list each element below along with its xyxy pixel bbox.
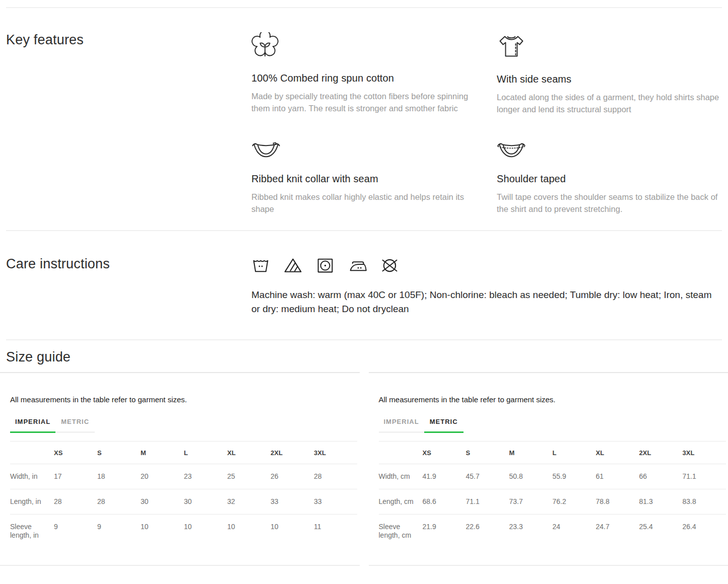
iron-medium-icon: [348, 256, 367, 275]
row-label: Length, in: [10, 489, 54, 515]
care-icons-row: [251, 256, 722, 275]
size-value: 76.2: [553, 489, 596, 515]
size-value: 55.9: [553, 464, 596, 489]
size-column-header: S: [466, 442, 509, 464]
size-table-row: Width, in17182023252628: [10, 464, 357, 489]
tab-metric[interactable]: METRIC: [424, 416, 464, 433]
feature-cotton: 100% Combed ring spun cotton Made by spe…: [251, 32, 477, 115]
size-value: 28: [314, 464, 357, 489]
size-column-header: S: [97, 442, 141, 464]
size-value: 21.9: [423, 515, 466, 548]
feature-title: Ribbed knit collar with seam: [251, 173, 477, 185]
size-column-header: XS: [54, 442, 97, 464]
size-value: 33: [314, 489, 357, 515]
size-column-header: M: [141, 442, 184, 464]
size-value: 22.6: [466, 515, 509, 548]
size-column-header: 2XL: [639, 442, 683, 464]
size-value: 32: [227, 489, 271, 515]
size-value: 10: [271, 515, 314, 548]
size-value: 30: [184, 489, 227, 515]
size-column-header: XS: [423, 442, 466, 464]
unit-tabs: IMPERIALMETRIC: [10, 416, 359, 433]
size-column-header: L: [553, 442, 596, 464]
care-instructions-section: Care instructions: [0, 231, 728, 339]
size-column-header: [379, 442, 423, 464]
feature-shoulder-taped: Shoulder taped Twill tape covers the sho…: [497, 139, 722, 215]
key-features-section: Key features 100% Combed ring spun cotto…: [0, 8, 728, 230]
key-features-heading-column: Key features: [6, 32, 251, 215]
size-value: 9: [54, 515, 97, 548]
size-table-imperial-card: All measurements in the table refer to g…: [0, 372, 360, 566]
size-table-imperial: XSSMLXL2XL3XL Width, in17182023252628Len…: [10, 441, 357, 548]
size-value: 26.4: [683, 515, 726, 548]
care-instructions-title: Care instructions: [6, 256, 251, 272]
size-value: 30: [141, 489, 184, 515]
size-value: 50.8: [509, 464, 553, 489]
row-label: Width, in: [10, 464, 54, 489]
feature-description: Twill tape covers the shoulder seams to …: [497, 191, 722, 215]
machine-wash-warm-icon: [251, 256, 270, 275]
size-value: 71.1: [466, 489, 509, 515]
size-value: 45.7: [466, 464, 509, 489]
row-label: Width, cm: [379, 464, 423, 489]
do-not-dryclean-icon: [380, 256, 399, 275]
size-value: 18: [97, 464, 141, 489]
size-value: 41.9: [423, 464, 466, 489]
size-table-row: Length, in28283030323333: [10, 489, 357, 515]
tab-imperial[interactable]: IMPERIAL: [10, 416, 55, 433]
care-content: Machine wash: warm (max 40C or 105F); No…: [251, 256, 722, 316]
cotton-flower-icon: [251, 32, 279, 59]
size-table-row: Sleeve length, cm21.922.623.32424.725.42…: [379, 515, 726, 548]
size-value: 66: [639, 464, 683, 489]
feature-title: Shoulder taped: [497, 173, 722, 185]
size-table-metric-card: All measurements in the table refer to g…: [369, 372, 728, 566]
size-header-row: XSSMLXL2XL3XL: [379, 442, 726, 464]
product-details-page: Key features 100% Combed ring spun cotto…: [0, 7, 728, 584]
tab-metric[interactable]: METRIC: [55, 416, 95, 433]
tshirt-side-seams-icon: [497, 32, 526, 60]
size-value: 25: [227, 464, 271, 489]
size-table-row: Length, cm68.671.173.776.278.881.383.8: [379, 489, 726, 515]
feature-description: Located along the sides of a garment, th…: [497, 91, 722, 115]
size-value: 61: [596, 464, 639, 489]
care-instructions-text: Machine wash: warm (max 40C or 105F); No…: [251, 288, 722, 316]
unit-tabs: IMPERIALMETRIC: [379, 416, 727, 433]
size-value: 73.7: [509, 489, 553, 515]
feature-title: With side seams: [497, 74, 722, 85]
size-guide-title: Size guide: [6, 349, 728, 365]
size-value: 24: [553, 515, 596, 548]
shoulder-tape-collar-icon: [497, 139, 526, 160]
size-value: 23: [184, 464, 227, 489]
feature-description: Ribbed knit makes collar highly elastic …: [251, 191, 477, 215]
size-value: 28: [97, 489, 141, 515]
size-table-row: Sleeve length, in991010101011: [10, 515, 357, 548]
size-column-header: 3XL: [683, 442, 726, 464]
key-features-grid: 100% Combed ring spun cotton Made by spe…: [251, 32, 722, 215]
size-value: 20: [141, 464, 184, 489]
size-header-row: XSSMLXL2XL3XL: [10, 442, 357, 464]
size-value: 10: [184, 515, 227, 548]
size-value: 81.3: [639, 489, 683, 515]
tumble-dry-low-icon: [316, 256, 335, 275]
size-value: 78.8: [596, 489, 639, 515]
key-features-title: Key features: [6, 32, 251, 48]
size-value: 23.3: [509, 515, 553, 548]
size-guide-section: Size guide All measurements in the table…: [0, 340, 728, 566]
row-label: Length, cm: [379, 489, 423, 515]
size-value: 10: [141, 515, 184, 548]
size-value: 83.8: [683, 489, 726, 515]
size-value: 33: [271, 489, 314, 515]
size-value: 10: [227, 515, 271, 548]
measurements-note: All measurements in the table refer to g…: [10, 395, 359, 404]
size-column-header: XL: [227, 442, 271, 464]
ribbed-collar-icon: [251, 139, 281, 160]
row-label: Sleeve length, in: [10, 515, 54, 548]
size-table-metric: XSSMLXL2XL3XL Width, cm41.945.750.855.96…: [379, 441, 726, 548]
size-value: 26: [271, 464, 314, 489]
size-column-header: 3XL: [314, 442, 357, 464]
size-value: 25.4: [639, 515, 683, 548]
tab-imperial[interactable]: IMPERIAL: [379, 416, 424, 433]
non-chlorine-bleach-icon: [284, 256, 302, 275]
feature-side-seams: With side seams Located along the sides …: [497, 32, 722, 115]
feature-title: 100% Combed ring spun cotton: [251, 72, 477, 84]
